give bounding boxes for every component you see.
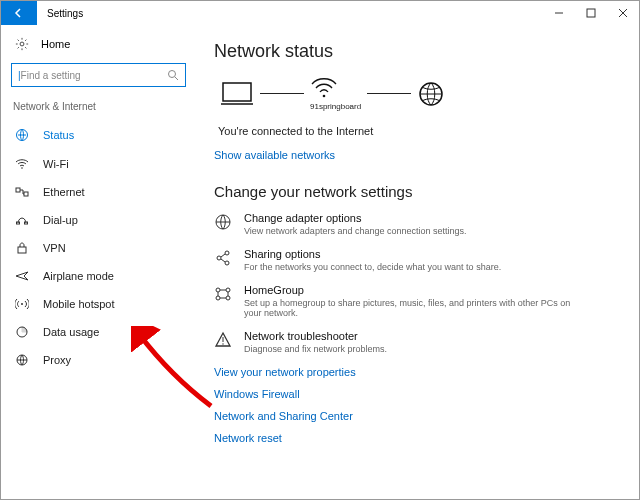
close-button[interactable] [607, 1, 639, 25]
ethernet-icon [15, 186, 29, 198]
settings-window: Settings Home |Find a setting [0, 0, 640, 500]
main-content: Network status 91springboard You're con [196, 25, 639, 499]
svg-rect-15 [223, 83, 251, 101]
router-wifi-icon [310, 76, 361, 100]
svg-point-24 [226, 288, 230, 292]
minimize-button[interactable] [543, 1, 575, 25]
svg-point-28 [222, 343, 223, 344]
connection-status: You're connected to the Internet [218, 125, 621, 137]
sidebar: Home |Find a setting Network & Internet … [1, 25, 196, 499]
network-name: 91springboard [310, 102, 361, 111]
sidebar-item-label: Data usage [43, 326, 99, 338]
link-properties[interactable]: View your network properties [214, 366, 621, 378]
sidebar-item-ethernet[interactable]: Ethernet [1, 178, 196, 206]
svg-point-21 [225, 251, 229, 255]
option-title: Change adapter options [244, 212, 466, 224]
sidebar-item-label: Mobile hotspot [43, 298, 115, 310]
option-title: Sharing options [244, 248, 501, 260]
option-desc: Set up a homegroup to share pictures, mu… [244, 298, 584, 318]
svg-point-12 [21, 303, 23, 305]
status-icon [15, 128, 29, 142]
sidebar-item-label: VPN [43, 242, 66, 254]
section-label: Network & Internet [1, 97, 196, 120]
sidebar-item-label: Wi-Fi [43, 158, 69, 170]
svg-point-22 [225, 261, 229, 265]
sidebar-item-label: Airplane mode [43, 270, 114, 282]
option-title: Network troubleshooter [244, 330, 387, 342]
sidebar-item-label: Status [43, 129, 74, 141]
option-homegroup[interactable]: HomeGroup Set up a homegroup to share pi… [214, 284, 621, 318]
network-diagram: 91springboard [220, 76, 621, 111]
search-placeholder: Find a setting [21, 70, 81, 81]
option-desc: View network adapters and change connect… [244, 226, 466, 236]
sidebar-item-label: Dial-up [43, 214, 78, 226]
globe-icon [417, 80, 445, 108]
sidebar-item-hotspot[interactable]: Mobile hotspot [1, 290, 196, 318]
svg-rect-8 [24, 192, 28, 196]
svg-rect-7 [16, 188, 20, 192]
sidebar-item-wifi[interactable]: Wi-Fi [1, 150, 196, 178]
option-sharing[interactable]: Sharing options For the networks you con… [214, 248, 621, 272]
svg-point-20 [217, 256, 221, 260]
option-adapter[interactable]: Change adapter options View network adap… [214, 212, 621, 236]
wifi-icon [15, 158, 29, 170]
svg-point-3 [169, 71, 176, 78]
show-networks-link[interactable]: Show available networks [214, 149, 621, 161]
window-title: Settings [37, 1, 93, 25]
home-label: Home [41, 38, 70, 50]
homegroup-icon [214, 284, 232, 318]
sidebar-item-proxy[interactable]: Proxy [1, 346, 196, 374]
link-firewall[interactable]: Windows Firewall [214, 388, 621, 400]
svg-point-26 [226, 296, 230, 300]
pc-icon [220, 79, 254, 109]
option-troubleshoot[interactable]: Network troubleshooter Diagnose and fix … [214, 330, 621, 354]
datausage-icon [15, 326, 29, 338]
vpn-icon [15, 242, 29, 254]
proxy-icon [15, 354, 29, 366]
sidebar-item-label: Proxy [43, 354, 71, 366]
sharing-icon [214, 248, 232, 272]
back-button[interactable] [1, 1, 37, 25]
airplane-icon [15, 270, 29, 282]
svg-point-23 [216, 288, 220, 292]
option-title: HomeGroup [244, 284, 584, 296]
option-desc: Diagnose and fix network problems. [244, 344, 387, 354]
svg-point-2 [20, 42, 24, 46]
change-settings-heading: Change your network settings [214, 183, 621, 200]
adapter-icon [214, 212, 232, 236]
svg-point-25 [216, 296, 220, 300]
home-button[interactable]: Home [1, 31, 196, 57]
sidebar-item-label: Ethernet [43, 186, 85, 198]
titlebar: Settings [1, 1, 639, 25]
svg-line-4 [175, 77, 178, 80]
page-title: Network status [214, 41, 621, 62]
link-sharing-center[interactable]: Network and Sharing Center [214, 410, 621, 422]
option-desc: For the networks you connect to, decide … [244, 262, 501, 272]
sidebar-item-datausage[interactable]: Data usage [1, 318, 196, 346]
search-icon [167, 69, 179, 81]
svg-rect-1 [587, 9, 595, 17]
hotspot-icon [15, 298, 29, 310]
svg-point-6 [21, 167, 23, 169]
gear-icon [15, 37, 29, 51]
troubleshoot-icon [214, 330, 232, 354]
dialup-icon [15, 214, 29, 226]
sidebar-item-vpn[interactable]: VPN [1, 234, 196, 262]
maximize-button[interactable] [575, 1, 607, 25]
svg-rect-11 [18, 247, 26, 253]
sidebar-item-status[interactable]: Status [1, 120, 196, 150]
sidebar-item-airplane[interactable]: Airplane mode [1, 262, 196, 290]
link-reset[interactable]: Network reset [214, 432, 621, 444]
sidebar-item-dialup[interactable]: Dial-up [1, 206, 196, 234]
svg-point-17 [323, 95, 326, 98]
search-input[interactable]: |Find a setting [11, 63, 186, 87]
